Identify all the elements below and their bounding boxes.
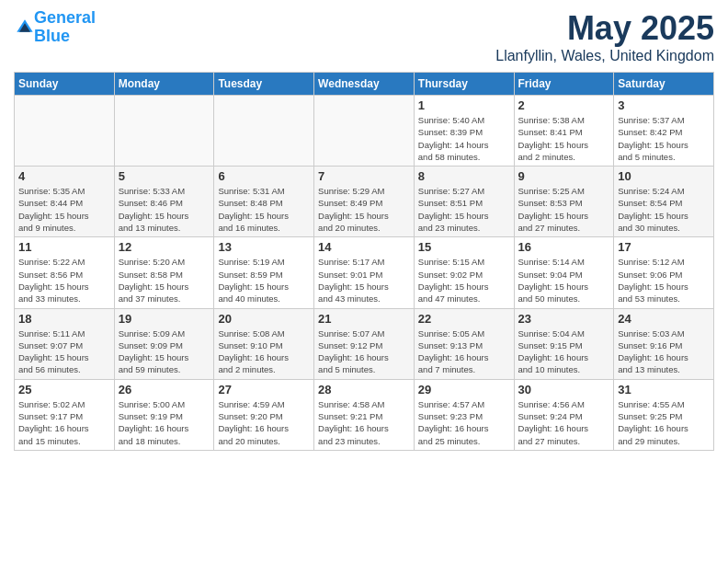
day-detail: Sunrise: 5:35 AM Sunset: 8:44 PM Dayligh… [18,185,110,234]
day-number: 2 [518,98,610,112]
calendar-cell: 24Sunrise: 5:03 AM Sunset: 9:16 PM Dayli… [614,308,714,379]
calendar-week-1: 1Sunrise: 5:40 AM Sunset: 8:39 PM Daylig… [15,96,714,167]
day-detail: Sunrise: 5:27 AM Sunset: 8:51 PM Dayligh… [418,185,510,234]
logo: General Blue [14,9,96,46]
day-detail: Sunrise: 4:59 AM Sunset: 9:20 PM Dayligh… [218,398,310,447]
day-detail: Sunrise: 4:56 AM Sunset: 9:24 PM Dayligh… [518,398,610,447]
calendar-cell: 11Sunrise: 5:22 AM Sunset: 8:56 PM Dayli… [15,237,115,308]
day-detail: Sunrise: 4:55 AM Sunset: 9:25 PM Dayligh… [618,398,710,447]
day-detail: Sunrise: 5:11 AM Sunset: 9:07 PM Dayligh… [18,327,110,376]
day-number: 5 [119,169,210,183]
day-number: 19 [119,312,210,326]
day-detail: Sunrise: 5:20 AM Sunset: 8:58 PM Dayligh… [119,256,210,304]
header-wednesday: Wednesday [314,73,415,96]
calendar-cell: 31Sunrise: 4:55 AM Sunset: 9:25 PM Dayli… [614,379,714,450]
day-detail: Sunrise: 5:04 AM Sunset: 9:15 PM Dayligh… [518,327,610,376]
day-number: 6 [218,169,310,183]
calendar-cell: 1Sunrise: 5:40 AM Sunset: 8:39 PM Daylig… [414,96,514,167]
day-number: 17 [618,240,710,254]
day-number: 11 [18,240,110,254]
calendar-cell: 26Sunrise: 5:00 AM Sunset: 9:19 PM Dayli… [114,379,214,450]
day-detail: Sunrise: 5:19 AM Sunset: 8:59 PM Dayligh… [218,256,310,304]
day-detail: Sunrise: 5:31 AM Sunset: 8:48 PM Dayligh… [218,185,310,234]
logo-text: General Blue [34,9,96,46]
calendar-week-4: 18Sunrise: 5:11 AM Sunset: 9:07 PM Dayli… [15,308,714,379]
day-number: 10 [618,169,710,183]
calendar-cell: 20Sunrise: 5:08 AM Sunset: 9:10 PM Dayli… [214,308,314,379]
calendar-cell: 17Sunrise: 5:12 AM Sunset: 9:06 PM Dayli… [614,237,714,308]
calendar-cell: 18Sunrise: 5:11 AM Sunset: 9:07 PM Dayli… [15,308,115,379]
day-number: 30 [518,383,610,396]
day-detail: Sunrise: 5:24 AM Sunset: 8:54 PM Dayligh… [618,185,710,234]
calendar-cell [314,96,415,167]
calendar-cell: 21Sunrise: 5:07 AM Sunset: 9:12 PM Dayli… [314,308,415,379]
calendar-cell: 28Sunrise: 4:58 AM Sunset: 9:21 PM Dayli… [314,379,415,450]
day-detail: Sunrise: 5:00 AM Sunset: 9:19 PM Dayligh… [119,398,210,447]
calendar-table: Sunday Monday Tuesday Wednesday Thursday… [14,72,714,451]
header-thursday: Thursday [414,73,514,96]
calendar-cell: 27Sunrise: 4:59 AM Sunset: 9:20 PM Dayli… [214,379,314,450]
day-number: 13 [218,240,310,254]
calendar-cell: 7Sunrise: 5:29 AM Sunset: 8:49 PM Daylig… [314,167,415,237]
day-detail: Sunrise: 5:17 AM Sunset: 9:01 PM Dayligh… [318,256,410,304]
day-detail: Sunrise: 4:57 AM Sunset: 9:23 PM Dayligh… [418,398,510,447]
header-tuesday: Tuesday [214,73,314,96]
day-number: 28 [318,383,410,396]
day-number: 27 [218,383,310,396]
calendar-cell: 12Sunrise: 5:20 AM Sunset: 8:58 PM Dayli… [114,237,214,308]
day-detail: Sunrise: 5:08 AM Sunset: 9:10 PM Dayligh… [218,327,310,376]
calendar-cell [214,96,314,167]
calendar-cell: 2Sunrise: 5:38 AM Sunset: 8:41 PM Daylig… [514,96,614,167]
day-number: 15 [418,240,510,254]
day-detail: Sunrise: 5:38 AM Sunset: 8:41 PM Dayligh… [518,114,610,163]
logo-icon [16,18,34,37]
calendar-week-3: 11Sunrise: 5:22 AM Sunset: 8:56 PM Dayli… [15,237,714,308]
calendar-cell: 25Sunrise: 5:02 AM Sunset: 9:17 PM Dayli… [15,379,115,450]
day-number: 16 [518,240,610,254]
month-title: May 2025 [495,9,714,48]
day-number: 7 [318,169,410,183]
calendar-cell: 13Sunrise: 5:19 AM Sunset: 8:59 PM Dayli… [214,237,314,308]
day-detail: Sunrise: 4:58 AM Sunset: 9:21 PM Dayligh… [318,398,410,447]
day-number: 18 [18,312,110,326]
day-detail: Sunrise: 5:14 AM Sunset: 9:04 PM Dayligh… [518,256,610,304]
calendar-cell: 10Sunrise: 5:24 AM Sunset: 8:54 PM Dayli… [614,167,714,237]
calendar-cell: 19Sunrise: 5:09 AM Sunset: 9:09 PM Dayli… [114,308,214,379]
calendar-cell: 29Sunrise: 4:57 AM Sunset: 9:23 PM Dayli… [414,379,514,450]
title-block: May 2025 Llanfyllin, Wales, United Kingd… [495,9,714,64]
day-detail: Sunrise: 5:05 AM Sunset: 9:13 PM Dayligh… [418,327,510,376]
header-monday: Monday [114,73,214,96]
day-number: 29 [418,383,510,396]
header-saturday: Saturday [614,73,714,96]
day-number: 1 [418,98,510,112]
calendar-cell: 22Sunrise: 5:05 AM Sunset: 9:13 PM Dayli… [414,308,514,379]
calendar-cell: 14Sunrise: 5:17 AM Sunset: 9:01 PM Dayli… [314,237,415,308]
day-detail: Sunrise: 5:09 AM Sunset: 9:09 PM Dayligh… [119,327,210,376]
day-number: 23 [518,312,610,326]
calendar-cell: 23Sunrise: 5:04 AM Sunset: 9:15 PM Dayli… [514,308,614,379]
day-number: 12 [119,240,210,254]
day-detail: Sunrise: 5:33 AM Sunset: 8:46 PM Dayligh… [119,185,210,234]
calendar-cell: 3Sunrise: 5:37 AM Sunset: 8:42 PM Daylig… [614,96,714,167]
day-detail: Sunrise: 5:02 AM Sunset: 9:17 PM Dayligh… [18,398,110,447]
day-number: 4 [18,169,110,183]
calendar-cell: 6Sunrise: 5:31 AM Sunset: 8:48 PM Daylig… [214,167,314,237]
calendar-cell: 15Sunrise: 5:15 AM Sunset: 9:02 PM Dayli… [414,237,514,308]
day-number: 20 [218,312,310,326]
calendar-cell [114,96,214,167]
day-number: 31 [618,383,710,396]
page-container: General Blue May 2025 Llanfyllin, Wales,… [0,0,728,460]
day-number: 3 [618,98,710,112]
calendar-week-2: 4Sunrise: 5:35 AM Sunset: 8:44 PM Daylig… [15,167,714,237]
calendar-cell: 16Sunrise: 5:14 AM Sunset: 9:04 PM Dayli… [514,237,614,308]
day-detail: Sunrise: 5:12 AM Sunset: 9:06 PM Dayligh… [618,256,710,304]
day-number: 26 [119,383,210,396]
calendar-header-row: Sunday Monday Tuesday Wednesday Thursday… [15,73,714,96]
calendar-cell: 5Sunrise: 5:33 AM Sunset: 8:46 PM Daylig… [114,167,214,237]
day-number: 14 [318,240,410,254]
day-detail: Sunrise: 5:37 AM Sunset: 8:42 PM Dayligh… [618,114,710,163]
calendar-cell [15,96,115,167]
day-number: 24 [618,312,710,326]
day-detail: Sunrise: 5:22 AM Sunset: 8:56 PM Dayligh… [18,256,110,304]
day-number: 21 [318,312,410,326]
